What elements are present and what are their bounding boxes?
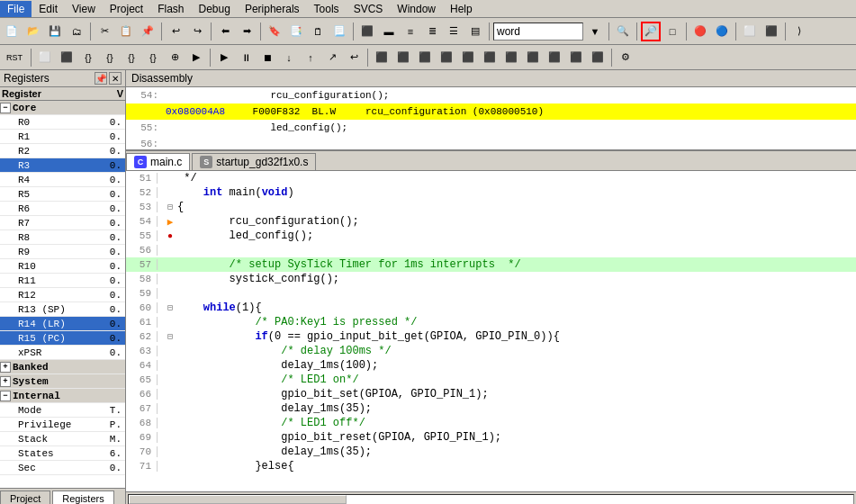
registers-close-button[interactable]: ✕ — [109, 72, 122, 85]
reg-r2[interactable]: R2 0. — [0, 144, 125, 158]
t2-btn13[interactable]: ↑ — [301, 48, 320, 68]
align5[interactable]: ☰ — [444, 22, 464, 41]
reg-r12[interactable]: R12 0. — [0, 288, 125, 302]
t2-btn16[interactable]: ⬛ — [372, 48, 392, 68]
align1[interactable]: ⬛ — [357, 22, 377, 41]
t2-btn25[interactable]: ⬛ — [566, 48, 586, 68]
align2[interactable]: ▬ — [379, 22, 399, 41]
system-expander[interactable]: + — [0, 376, 11, 387]
group-system[interactable]: + System — [0, 374, 125, 389]
align3[interactable]: ≡ — [401, 22, 420, 41]
nav-btn2[interactable]: ➡ — [237, 22, 257, 41]
bookmark2[interactable]: 📑 — [286, 22, 306, 41]
tab-main-c[interactable]: C main.c — [126, 153, 190, 170]
menu-tools[interactable]: Tools — [307, 1, 347, 17]
reg-r15[interactable]: R15 (PC) 0. — [0, 331, 125, 346]
search-dropdown[interactable]: ▼ — [585, 22, 605, 41]
reg-r0[interactable]: R0 0. — [0, 115, 125, 130]
reg-stack[interactable]: Stack M. — [0, 432, 125, 446]
banked-expander[interactable]: + — [0, 362, 11, 373]
last-btn[interactable]: ⟩ — [789, 22, 809, 41]
search-input[interactable] — [493, 22, 583, 40]
t2-btn17[interactable]: ⬛ — [393, 48, 413, 68]
menu-view[interactable]: View — [65, 1, 103, 17]
reg-r5[interactable]: R5 0. — [0, 187, 125, 202]
t2-settings[interactable]: ⚙ — [616, 48, 635, 68]
t2-btn23[interactable]: ⬛ — [523, 48, 543, 68]
tab-startup[interactable]: S startup_gd32f1x0.s — [192, 153, 316, 170]
core-expander[interactable]: − — [0, 103, 11, 113]
copy-button[interactable]: 📋 — [116, 22, 136, 41]
extra3[interactable]: 🔵 — [712, 22, 732, 41]
t2-btn3[interactable]: {} — [78, 48, 98, 68]
reg-sec[interactable]: Sec 0. — [0, 461, 125, 475]
find-in-files[interactable]: 🔍 — [613, 22, 633, 41]
t2-btn7[interactable]: ⊕ — [165, 48, 185, 68]
reg-r10[interactable]: R10 0. — [0, 259, 125, 274]
t2-btn24[interactable]: ⬛ — [545, 48, 564, 68]
paste-button[interactable]: 📌 — [138, 22, 158, 41]
t2-btn11[interactable]: ⏹ — [257, 48, 277, 68]
reset-button[interactable]: RST — [2, 46, 27, 69]
menu-file[interactable]: File — [0, 1, 32, 17]
win2[interactable]: ⬛ — [761, 22, 781, 41]
reg-mode[interactable]: Mode T. — [0, 403, 125, 418]
nav-btn1[interactable]: ⬅ — [215, 22, 235, 41]
t2-btn9[interactable]: ▶ — [214, 48, 234, 68]
cut-button[interactable]: ✂ — [95, 22, 114, 41]
t2-btn22[interactable]: ⬛ — [501, 48, 521, 68]
menu-flash[interactable]: Flash — [150, 1, 191, 17]
t2-btn4[interactable]: {} — [100, 48, 120, 68]
win1[interactable]: ⬜ — [740, 22, 760, 41]
highlighted-search-button[interactable]: 🔎 — [641, 22, 661, 41]
menu-window[interactable]: Window — [390, 1, 443, 17]
t2-btn1[interactable]: ⬜ — [35, 48, 55, 68]
extra2[interactable]: 🔴 — [690, 22, 710, 41]
t2-btn26[interactable]: ⬛ — [588, 48, 608, 68]
t2-btn2[interactable]: ⬛ — [57, 48, 77, 68]
registers-pin-button[interactable]: 📌 — [95, 72, 107, 85]
bookmark1[interactable]: 🔖 — [265, 22, 284, 41]
reg-r3[interactable]: R3 0. — [0, 158, 125, 173]
tab-project[interactable]: Project — [0, 490, 50, 504]
save-button[interactable]: 💾 — [45, 22, 65, 41]
bookmark3[interactable]: 🗒 — [308, 22, 328, 41]
extra1[interactable]: □ — [662, 22, 682, 41]
reg-xpsr[interactable]: xPSR 0. — [0, 346, 125, 360]
t2-btn8[interactable]: ▶ — [186, 48, 206, 68]
t2-btn15[interactable]: ↩ — [344, 48, 364, 68]
menu-edit[interactable]: Edit — [32, 1, 65, 17]
menu-debug[interactable]: Debug — [192, 1, 238, 17]
t2-btn5[interactable]: {} — [122, 48, 141, 68]
reg-r4[interactable]: R4 0. — [0, 173, 125, 187]
t2-btn18[interactable]: ⬛ — [415, 48, 435, 68]
menu-peripherals[interactable]: Peripherals — [238, 1, 307, 17]
reg-states[interactable]: States 6. — [0, 446, 125, 461]
reg-r9[interactable]: R9 0. — [0, 245, 125, 259]
reg-r14[interactable]: R14 (LR) 0. — [0, 317, 125, 331]
open-button[interactable]: 📂 — [23, 22, 43, 41]
reg-r7[interactable]: R7 0. — [0, 216, 125, 230]
horizontal-scrollbar[interactable] — [126, 491, 856, 504]
save-all-button[interactable]: 🗂 — [67, 22, 86, 41]
reg-privilege[interactable]: Privilege P. — [0, 418, 125, 432]
menu-project[interactable]: Project — [103, 1, 150, 17]
disassembly-content[interactable]: 54: rcu_configuration(); 0x080004A8 F000… — [126, 87, 856, 147]
t2-btn20[interactable]: ⬛ — [458, 48, 478, 68]
undo-button[interactable]: ↩ — [166, 22, 185, 41]
redo-button[interactable]: ↪ — [187, 22, 207, 41]
menu-svcs[interactable]: SVCS — [347, 1, 391, 17]
t2-btn10[interactable]: ⏸ — [236, 48, 256, 68]
reg-r8[interactable]: R8 0. — [0, 230, 125, 245]
group-core[interactable]: − Core — [0, 101, 125, 115]
group-internal[interactable]: − Internal — [0, 389, 125, 403]
t2-btn21[interactable]: ⬛ — [480, 48, 500, 68]
t2-btn12[interactable]: ↓ — [279, 48, 299, 68]
tab-registers[interactable]: Registers — [52, 490, 113, 504]
bookmark4[interactable]: 📃 — [329, 22, 349, 41]
new-button[interactable]: 📄 — [2, 22, 22, 41]
align6[interactable]: ▤ — [465, 22, 485, 41]
reg-r6[interactable]: R6 0. — [0, 202, 125, 216]
align4[interactable]: ≣ — [422, 22, 442, 41]
internal-expander[interactable]: − — [0, 391, 11, 401]
